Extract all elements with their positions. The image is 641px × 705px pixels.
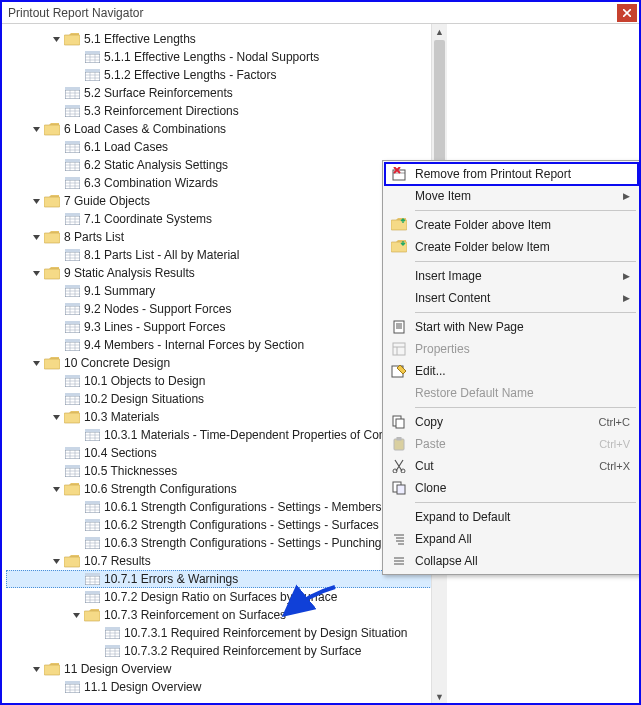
tree-row[interactable]: 7 Guide Objects	[6, 192, 446, 210]
folder-icon	[44, 662, 60, 676]
menu-item[interactable]: Expand to Default	[385, 506, 638, 528]
tree-row[interactable]: 11 Design Overview	[6, 660, 446, 678]
table-icon	[84, 50, 100, 64]
tree-row[interactable]: 8.1 Parts List - All by Material	[6, 246, 446, 264]
svg-rect-195	[391, 220, 407, 230]
menu-item[interactable]: CutCtrl+X	[385, 455, 638, 477]
menu-item[interactable]: Clone	[385, 477, 638, 499]
menu-item[interactable]: Insert Image▶	[385, 265, 638, 287]
svg-rect-67	[44, 269, 60, 279]
tree-row[interactable]: 6.3 Combination Wizards	[6, 174, 446, 192]
tree-row[interactable]: 10.6.1 Strength Configurations - Setting…	[6, 498, 446, 516]
chevron-down-icon[interactable]	[30, 231, 42, 243]
chevron-down-icon[interactable]	[50, 33, 62, 45]
tree-row[interactable]: 5.3 Reinforcement Directions	[6, 102, 446, 120]
chevron-down-icon[interactable]	[30, 123, 42, 135]
tree-row[interactable]: 5.1.1 Effective Lengths - Nodal Supports	[6, 48, 446, 66]
cut-icon	[389, 458, 409, 474]
tree-row[interactable]: 6.1 Load Cases	[6, 138, 446, 156]
tree-item-label: 10.6 Strength Configurations	[84, 480, 237, 498]
tree-item-label: 6 Load Cases & Combinations	[64, 120, 226, 138]
menu-item-label: Insert Content	[415, 291, 623, 305]
tree-row[interactable]: 10.7.3 Reinforcement on Surfaces	[6, 606, 446, 624]
table-icon	[64, 176, 80, 190]
menu-item-label: Edit...	[415, 364, 630, 378]
svg-rect-59	[44, 233, 60, 243]
scroll-up-button[interactable]: ▲	[432, 24, 447, 40]
menu-item-label: Paste	[415, 437, 591, 451]
tree-row[interactable]: 6 Load Cases & Combinations	[6, 120, 446, 138]
menu-separator	[415, 502, 636, 503]
tree-row[interactable]: 10.1 Objects to Design	[6, 372, 446, 390]
menu-item-shortcut: Ctrl+V	[599, 438, 630, 450]
menu-item[interactable]: Create Folder below Item	[385, 236, 638, 258]
tree-row[interactable]: 10 Concrete Design	[6, 354, 446, 372]
menu-item[interactable]: Expand All	[385, 528, 638, 550]
svg-rect-197	[394, 321, 404, 333]
menu-item-shortcut: Ctrl+C	[599, 416, 630, 428]
tree-item-label: 10.7.3.1 Required Reinforcement by Desig…	[124, 624, 408, 642]
tree-row[interactable]: 10.6 Strength Configurations	[6, 480, 446, 498]
chevron-down-icon[interactable]	[50, 555, 62, 567]
chevron-down-icon[interactable]	[30, 663, 42, 675]
tree-row[interactable]: 5.1.2 Effective Lengths - Factors	[6, 66, 446, 84]
menu-item[interactable]: Move Item▶	[385, 185, 638, 207]
tree-row[interactable]: 10.7 Results	[6, 552, 446, 570]
svg-rect-43	[65, 159, 80, 162]
table-icon	[84, 572, 100, 586]
table-icon	[64, 392, 80, 406]
menu-item[interactable]: Insert Content▶	[385, 287, 638, 309]
tree-row[interactable]: 5.1 Effective Lengths	[6, 30, 446, 48]
tree-row[interactable]: 10.3 Materials	[6, 408, 446, 426]
tree-row[interactable]: 9.2 Nodes - Support Forces	[6, 300, 446, 318]
close-button[interactable]	[617, 4, 637, 22]
svg-rect-118	[85, 429, 100, 432]
tree-row[interactable]: 10.7.3.2 Required Reinforcement by Surfa…	[6, 642, 446, 660]
chevron-down-icon[interactable]	[30, 357, 42, 369]
menu-item[interactable]: Collapse All	[385, 550, 638, 572]
folder-icon	[64, 482, 80, 496]
svg-rect-0	[64, 35, 80, 45]
tree-item-label: 8.1 Parts List - All by Material	[84, 246, 239, 264]
tree-row[interactable]: 10.6.3 Strength Configurations - Setting…	[6, 534, 446, 552]
tree-row[interactable]: 10.7.3.1 Required Reinforcement by Desig…	[6, 624, 446, 642]
chevron-down-icon[interactable]	[50, 483, 62, 495]
paste-icon	[389, 436, 409, 452]
tree-row[interactable]: 9 Static Analysis Results	[6, 264, 446, 282]
tree-row[interactable]: 10.3.1 Materials - Time-Dependent Proper…	[6, 426, 446, 444]
menu-item-shortcut: Ctrl+X	[599, 460, 630, 472]
tree-row[interactable]: 10.4 Sections	[6, 444, 446, 462]
tree-row[interactable]: 10.7.2 Design Ratio on Surfaces by Surfa…	[6, 588, 446, 606]
svg-rect-50	[65, 177, 80, 180]
menu-item[interactable]: Create Folder above Item	[385, 214, 638, 236]
tree-row[interactable]: 9.3 Lines - Support Forces	[6, 318, 446, 336]
folder-icon	[44, 122, 60, 136]
menu-item[interactable]: CopyCtrl+C	[385, 411, 638, 433]
chevron-down-icon[interactable]	[30, 195, 42, 207]
tree-row[interactable]: 10.5 Thicknesses	[6, 462, 446, 480]
menu-item[interactable]: Start with New Page	[385, 316, 638, 338]
tree-row[interactable]: 10.6.2 Strength Configurations - Setting…	[6, 516, 446, 534]
tree[interactable]: 5.1 Effective Lengths5.1.1 Effective Len…	[2, 24, 446, 705]
menu-item-label: Create Folder above Item	[415, 218, 630, 232]
chevron-down-icon[interactable]	[30, 267, 42, 279]
chevron-down-icon[interactable]	[50, 411, 62, 423]
tree-row[interactable]: 10.7.1 Errors & Warnings	[6, 570, 446, 588]
table-icon	[84, 428, 100, 442]
tree-row[interactable]: 10.2 Design Situations	[6, 390, 446, 408]
tree-panel: 5.1 Effective Lengths5.1.1 Effective Len…	[2, 24, 447, 705]
chevron-down-icon[interactable]	[70, 609, 82, 621]
tree-row[interactable]: 7.1 Coordinate Systems	[6, 210, 446, 228]
tree-row[interactable]: 11.1 Design Overview	[6, 678, 446, 696]
menu-item[interactable]: Remove from Printout Report	[385, 163, 638, 185]
svg-rect-51	[44, 197, 60, 207]
tree-row[interactable]: 9.4 Members - Internal Forces by Section	[6, 336, 446, 354]
scroll-down-button[interactable]: ▼	[432, 689, 447, 705]
menu-icon-placeholder	[389, 188, 409, 204]
tree-row[interactable]: 5.2 Surface Reinforcements	[6, 84, 446, 102]
tree-row[interactable]: 9.1 Summary	[6, 282, 446, 300]
menu-item[interactable]: Edit...	[385, 360, 638, 382]
tree-row[interactable]: 8 Parts List	[6, 228, 446, 246]
tree-row[interactable]: 6.2 Static Analysis Settings	[6, 156, 446, 174]
copy-icon	[389, 414, 409, 430]
